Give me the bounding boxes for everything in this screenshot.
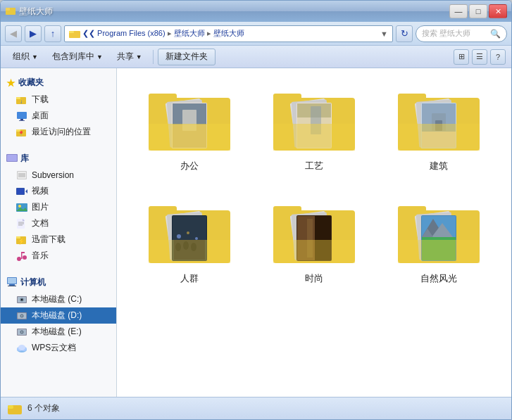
path-dropdown-arrow[interactable]: ▼: [380, 30, 388, 38]
path-sep-1: ▸: [168, 29, 172, 38]
sidebar-item-recent[interactable]: 📍 最近访问的位置: [1, 124, 116, 140]
share-button[interactable]: 共享 ▼: [111, 49, 149, 65]
close-button[interactable]: ✕: [489, 4, 507, 18]
disk-c-icon: [16, 294, 27, 305]
svg-rect-111: [398, 206, 426, 215]
doc-icon: [16, 218, 27, 229]
disk-c-label: 本地磁盘 (C:): [32, 293, 82, 305]
svg-point-52: [21, 331, 23, 333]
video-icon: [16, 186, 27, 197]
sidebar-item-subversion[interactable]: Subversion: [1, 167, 116, 183]
music-label: 音乐: [32, 250, 49, 262]
address-path[interactable]: ❮❮ Program Files (x86) ▸ 壁纸大师 ▸ 壁纸大师 ▼: [64, 25, 393, 42]
toolbar-right: ⊞ ☰ ?: [454, 49, 506, 65]
path-segment-3: 壁纸大师: [213, 28, 244, 39]
folders-grid: 办公: [131, 79, 497, 291]
maximize-button[interactable]: □: [469, 4, 487, 18]
sidebar-library-header[interactable]: 库: [1, 150, 116, 167]
video-label: 视频: [32, 185, 49, 197]
svg-rect-39: [9, 284, 15, 286]
sidebar: ★ 收藏夹 ↓ 下载 桌面 📍: [1, 68, 117, 397]
svg-point-34: [23, 255, 27, 260]
svg-rect-109: [273, 240, 355, 263]
folder-nature-icon: [397, 198, 481, 268]
folder-nature[interactable]: 自然风光: [380, 192, 497, 291]
view-large-icon-button[interactable]: ⊞: [454, 49, 469, 65]
path-segment: ❮❮ Program Files (x86): [82, 29, 166, 38]
svg-point-56: [18, 345, 25, 350]
folder-architecture[interactable]: 建筑: [380, 79, 497, 178]
svg-marker-21: [25, 189, 27, 193]
file-content-area: 办公: [117, 68, 511, 397]
toolbar-separator: [153, 50, 154, 64]
svg-rect-100: [149, 240, 230, 263]
sidebar-item-desktop[interactable]: 桌面: [1, 108, 116, 124]
svg-point-48: [21, 315, 23, 317]
svg-point-33: [17, 257, 21, 261]
folder-fashion-label: 时尚: [305, 272, 323, 285]
forward-button[interactable]: ▶: [25, 25, 42, 42]
view-list-button[interactable]: ☰: [472, 49, 487, 65]
sidebar-item-doc[interactable]: 文档: [1, 215, 116, 231]
svg-text:⚡: ⚡: [18, 237, 26, 245]
download-label: 下载: [32, 94, 49, 106]
up-button[interactable]: ↑: [44, 25, 61, 42]
address-bar: ◀ ▶ ↑ ❮❮ Program Files (x86) ▸ 壁纸大师 ▸ 壁纸…: [1, 22, 511, 46]
folder-fashion[interactable]: 时尚: [256, 192, 373, 291]
folder-fashion-icon: [272, 198, 356, 268]
window-title: 壁纸大师: [19, 6, 53, 18]
title-bar-left: 壁纸大师: [5, 6, 53, 18]
svg-rect-66: [149, 124, 230, 151]
new-folder-button[interactable]: 新建文件夹: [158, 49, 216, 65]
svg-point-96: [195, 237, 198, 240]
computer-label: 计算机: [20, 276, 46, 288]
refresh-button[interactable]: ↻: [396, 25, 413, 42]
svg-text:↓: ↓: [20, 98, 23, 105]
sidebar-item-disk-c[interactable]: 本地磁盘 (C:): [1, 291, 116, 307]
help-button[interactable]: ?: [490, 49, 506, 65]
svg-rect-38: [8, 278, 16, 284]
svg-rect-14: [7, 155, 17, 161]
svg-rect-78: [398, 94, 426, 102]
sidebar-computer-section: 计算机 本地磁盘 (C:) 本地磁盘 (D:): [1, 274, 116, 356]
toolbar: 组织 ▼ 包含到库中 ▼ 共享 ▼ 新建文件夹 ⊞ ☰ ?: [1, 46, 511, 68]
window-icon: [5, 6, 16, 17]
back-button[interactable]: ◀: [5, 25, 22, 42]
library-label: 库: [20, 153, 29, 165]
minimize-button[interactable]: —: [449, 4, 468, 18]
search-box[interactable]: 搜索 壁纸大师 🔍: [416, 25, 507, 42]
sidebar-item-video[interactable]: 视频: [1, 183, 116, 199]
sidebar-item-disk-e[interactable]: 本地磁盘 (E:): [1, 324, 116, 340]
sidebar-favorites-header[interactable]: ★ 收藏夹: [1, 74, 116, 91]
sidebar-computer-header[interactable]: 计算机: [1, 274, 116, 291]
svg-rect-1: [6, 8, 10, 11]
organize-button[interactable]: 组织 ▼: [6, 49, 44, 65]
folder-craft-label: 工艺: [305, 160, 323, 172]
folder-crowd[interactable]: 人群: [131, 192, 249, 291]
folder-architecture-label: 建筑: [430, 160, 448, 172]
folder-office[interactable]: 办公: [131, 79, 249, 178]
disk-d-icon: [16, 310, 27, 322]
search-placeholder: 搜索 壁纸大师: [422, 28, 470, 39]
path-segment-2: 壁纸大师: [174, 28, 205, 39]
star-icon: ★: [6, 77, 15, 89]
sidebar-library-section: 库 Subversion 视频: [1, 150, 116, 264]
sidebar-item-thunder[interactable]: ⚡ 迅雷下载: [1, 231, 116, 248]
sidebar-item-image[interactable]: 图片: [1, 199, 116, 215]
path-sep-2: ▸: [207, 29, 211, 38]
sidebar-item-music[interactable]: 音乐: [1, 248, 116, 264]
recent-label: 最近访问的位置: [32, 126, 91, 138]
music-icon: [16, 250, 27, 262]
folder-craft[interactable]: 工艺: [256, 79, 373, 178]
svg-point-94: [177, 234, 181, 238]
svg-rect-8: [20, 119, 23, 120]
svg-rect-9: [19, 120, 25, 121]
svg-point-24: [18, 205, 21, 208]
svg-rect-86: [398, 124, 480, 151]
sidebar-item-disk-d[interactable]: 本地磁盘 (D:): [1, 307, 116, 324]
download-icon: ↓: [16, 94, 27, 106]
sidebar-item-wps-cloud[interactable]: WPS云文档: [1, 340, 116, 356]
sidebar-item-download[interactable]: ↓ 下载: [1, 91, 116, 108]
svg-text:📍: 📍: [18, 130, 25, 137]
include-library-button[interactable]: 包含到库中 ▼: [46, 49, 109, 65]
